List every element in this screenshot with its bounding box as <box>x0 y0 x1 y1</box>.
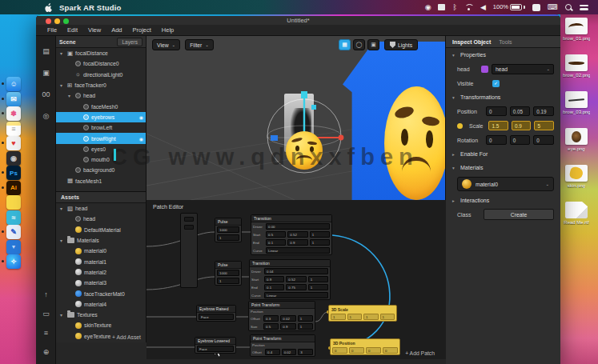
add-patch-button[interactable]: + Add Patch <box>405 350 435 356</box>
patch-value-field[interactable]: 0.00 <box>266 223 330 230</box>
section-properties[interactable]: ▾ Properties <box>446 48 560 62</box>
tool-icon-top-3[interactable]: ◎ <box>36 112 56 120</box>
dock-item-notes[interactable]: ≡ <box>6 122 21 136</box>
frame-view-toggle[interactable]: ▣ <box>367 39 379 50</box>
chat-icon[interactable] <box>532 4 540 11</box>
position-z-field[interactable]: 0.19 <box>533 106 554 116</box>
patch-value-field[interactable]: 1 <box>308 276 328 282</box>
patch-value-field[interactable]: 0 <box>349 347 364 354</box>
scene-item[interactable]: eyebrows◉ <box>56 112 146 122</box>
patch-value-field[interactable]: Face <box>199 314 234 320</box>
dock-item-finder[interactable]: ☺ <box>6 77 21 91</box>
menu-bar-app-name[interactable]: Spark AR Studio <box>59 3 122 12</box>
view-dropdown[interactable]: View⌄ <box>152 39 180 50</box>
name-dropdown[interactable]: head ⌄ <box>492 64 554 74</box>
patch-value-field[interactable]: Linear <box>266 247 330 254</box>
scene-item[interactable]: browLeft <box>56 122 146 133</box>
desktop-file[interactable]: eye.png <box>563 128 590 151</box>
position-y-field[interactable]: 0.05 <box>510 106 531 116</box>
rotation-z-field[interactable]: 0 <box>533 135 554 145</box>
patch-value-field[interactable]: 1 <box>331 314 346 320</box>
patch-value-field[interactable]: 0.1 <box>264 284 284 290</box>
asset-item[interactable]: material3 <box>56 278 146 288</box>
asset-item[interactable]: faceTrackerMat0 <box>56 288 146 298</box>
search-icon[interactable] <box>565 4 572 11</box>
visible-checkbox[interactable]: ✓ <box>492 80 500 87</box>
patch-node-point-transform[interactable]: Point TransformPositionOffset0.30.021Siz… <box>248 301 315 331</box>
emoji-face-small[interactable] <box>286 131 323 170</box>
tool-icon-bottom-3[interactable]: ⊕ <box>36 348 56 356</box>
asset-item[interactable]: skinTexture <box>56 320 146 330</box>
patch-value-field[interactable]: 0.1 <box>266 239 286 246</box>
dock-item-safari[interactable]: ✧ <box>6 254 21 269</box>
patch-node-transition[interactable]: TransitionDriver0.04Start0.90.521End0.10… <box>249 259 331 300</box>
zoom-button[interactable] <box>63 18 69 24</box>
patch-value-field[interactable]: 3 <box>298 349 313 355</box>
patch-node-3d-position[interactable]: 3D Position0000 <box>330 338 400 355</box>
scale-z-field[interactable]: 5 <box>534 121 554 130</box>
section-enable-for[interactable]: ▸ Enable For <box>446 147 560 161</box>
asset-item[interactable]: material1 <box>56 256 146 266</box>
patch-value-field[interactable]: 0 <box>332 347 347 354</box>
asset-item[interactable]: material4 <box>56 299 146 310</box>
lights-button[interactable]: Lights <box>384 39 418 50</box>
grid-view-toggle[interactable]: ▦ <box>339 39 351 50</box>
tool-icon-bottom-2[interactable]: ≡ <box>36 329 56 337</box>
position-x-field[interactable]: 0 <box>486 106 507 116</box>
dock-item-photos[interactable]: ✽ <box>6 106 21 121</box>
menu-project[interactable]: Project <box>133 26 151 34</box>
patch-value-field[interactable]: 0.5 <box>263 323 279 330</box>
patch-node-point-transform[interactable]: Point TransformPositionOffset0.40.023 <box>250 334 315 357</box>
patch-value-field[interactable]: 0.02 <box>282 349 297 355</box>
menu-view[interactable]: View <box>88 26 101 34</box>
scene-item[interactable]: focalDistance0 <box>56 58 146 69</box>
tool-icon-bottom-1[interactable]: ▭ <box>36 310 56 318</box>
scene-item[interactable]: ▾⊞faceTracker0 <box>56 80 146 90</box>
battery-indicator[interactable]: 100% <box>493 0 525 14</box>
patch-value-field[interactable]: 1 <box>217 278 239 284</box>
patch-node-pulse[interactable]: Pulse10001 <box>215 261 242 286</box>
tab-scene[interactable]: Scene <box>59 39 76 45</box>
dock-item-illustrator[interactable]: Ai <box>6 181 21 195</box>
rotation-y-field[interactable]: 0 <box>510 135 531 145</box>
scene-item[interactable]: ▦faceMesh1 <box>56 176 146 186</box>
asset-item[interactable]: material0 <box>56 246 146 256</box>
patch-value-field[interactable]: 0 <box>383 347 398 354</box>
dock-item-cone[interactable]: ▼ <box>6 240 21 254</box>
patch-value-field[interactable]: 1 <box>308 284 328 290</box>
desktop-file[interactable]: brow_03.png <box>563 91 590 114</box>
patch-node-pulse[interactable]: Pulse10001 <box>215 218 242 242</box>
patch-value-field[interactable]: 1000 <box>217 226 239 233</box>
create-button[interactable]: Create <box>484 209 554 220</box>
section-interactions[interactable]: ▸ Interactions <box>446 194 560 207</box>
tool-icon-bottom-0[interactable]: ↑ <box>36 290 56 298</box>
tab-tools[interactable]: Tools <box>499 39 512 45</box>
patch-value-field[interactable]: 0.9 <box>280 323 295 330</box>
keyboard-icon[interactable]: ⌨ <box>548 0 558 14</box>
volume-icon[interactable]: ◀ <box>480 0 486 14</box>
rotation-x-field[interactable]: 0 <box>486 135 507 145</box>
scale-x-field[interactable]: 1.5 <box>488 121 508 130</box>
filter-dropdown[interactable]: Filter⌄ <box>185 39 214 50</box>
add-asset-button[interactable]: + Add Asset <box>112 334 141 340</box>
scale-y-field[interactable]: 0.9 <box>512 121 532 130</box>
scene-item[interactable]: ☼directionalLight0 <box>56 70 146 80</box>
desktop-file[interactable]: skin.png <box>563 165 590 188</box>
asset-item[interactable]: ▾▧head <box>56 203 146 214</box>
scene-item[interactable]: browRight◉ <box>56 133 146 143</box>
asset-item[interactable]: ▾Materials <box>56 235 146 246</box>
asset-item[interactable]: head <box>56 214 146 224</box>
tool-icon-top-1[interactable]: ▣ <box>36 69 56 77</box>
apple-icon[interactable] <box>45 3 53 12</box>
section-transformations[interactable]: ▾ Transformations <box>446 90 560 104</box>
color-swatch[interactable] <box>481 66 488 73</box>
dock-item-stickies[interactable] <box>6 195 21 210</box>
patch-value-field[interactable]: 1000 <box>217 270 239 276</box>
record-icon[interactable]: ◉ <box>425 0 431 14</box>
menu-add[interactable]: Add <box>111 26 122 34</box>
patch-value-field[interactable]: 1 <box>310 231 330 238</box>
emoji-face-large[interactable] <box>384 86 446 200</box>
patch-value-field[interactable]: Face <box>197 346 234 352</box>
window-titlebar[interactable]: Untitled* <box>36 16 560 25</box>
tool-icon-top-0[interactable]: ▤ <box>36 47 56 55</box>
